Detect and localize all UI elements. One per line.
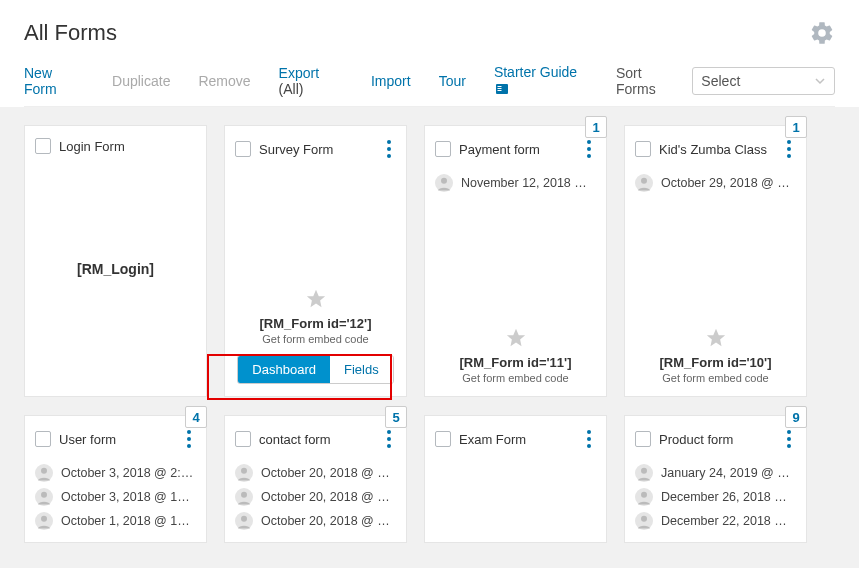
select-checkbox[interactable]	[235, 141, 251, 157]
duplicate-link[interactable]: Duplicate	[112, 73, 170, 89]
entry-count-badge: 9	[785, 406, 807, 428]
select-checkbox[interactable]	[635, 141, 651, 157]
svg-point-7	[641, 178, 647, 184]
card-title: Exam Form	[459, 432, 582, 447]
form-card-contact: 5 contact form October 20, 2018 @ 8:01..…	[224, 415, 407, 543]
entry-row: October 3, 2018 @ 12:21...	[35, 488, 196, 506]
svg-point-13	[41, 516, 47, 522]
entry-row: October 20, 2018 @ 8:01...	[235, 464, 396, 482]
toolbar: New Form Duplicate Remove Export (All) I…	[24, 64, 835, 107]
card-title: Survey Form	[259, 142, 382, 157]
entry-row: December 22, 2018 @ 1:...	[635, 512, 796, 530]
entry-count-badge: 5	[385, 406, 407, 428]
starter-guide-link[interactable]: Starter Guide	[494, 64, 588, 98]
avatar-icon	[635, 464, 653, 482]
entry-row: October 29, 2018 @ 8:44...	[635, 174, 796, 192]
svg-point-15	[241, 468, 247, 474]
svg-point-5	[441, 178, 447, 184]
form-shortcode: [RM_Form id='10']	[635, 355, 796, 370]
embed-link[interactable]: Get form embed code	[235, 333, 396, 345]
card-action-buttons: Dashboard Fields	[237, 355, 393, 384]
import-link[interactable]: Import	[371, 73, 411, 89]
avatar-icon	[35, 488, 53, 506]
svg-rect-3	[497, 90, 501, 91]
svg-point-23	[641, 492, 647, 498]
select-checkbox[interactable]	[35, 431, 51, 447]
star-icon	[305, 288, 327, 310]
guide-icon	[496, 82, 508, 98]
svg-point-9	[41, 468, 47, 474]
entry-row: October 20, 2018 @ 7:50...	[235, 488, 396, 506]
form-card-login: Login Form [RM_Login]	[24, 125, 207, 397]
chevron-down-icon	[814, 75, 826, 87]
svg-rect-1	[497, 86, 501, 87]
avatar-icon	[635, 512, 653, 530]
form-card-survey: Survey Form [RM_Form id='12'] Get form e…	[224, 125, 407, 397]
card-menu-icon[interactable]	[182, 428, 196, 450]
embed-link[interactable]: Get form embed code	[435, 372, 596, 384]
card-menu-icon[interactable]	[382, 138, 396, 160]
avatar-icon	[235, 512, 253, 530]
card-title: Kid's Zumba Class	[659, 142, 782, 157]
avatar-icon	[235, 488, 253, 506]
select-checkbox[interactable]	[35, 138, 51, 154]
entry-count-badge: 4	[185, 406, 207, 428]
avatar-icon	[435, 174, 453, 192]
card-menu-icon[interactable]	[782, 428, 796, 450]
card-menu-icon[interactable]	[582, 138, 596, 160]
select-checkbox[interactable]	[235, 431, 251, 447]
avatar-icon	[235, 464, 253, 482]
page-title: All Forms	[24, 20, 117, 46]
form-card-zumba: 1 Kid's Zumba Class October 29, 2018 @ 8…	[624, 125, 807, 397]
dashboard-button[interactable]: Dashboard	[238, 356, 330, 383]
export-link[interactable]: Export (All)	[279, 65, 343, 97]
form-shortcode: [RM_Form id='12']	[235, 316, 396, 331]
card-menu-icon[interactable]	[782, 138, 796, 160]
svg-point-19	[241, 516, 247, 522]
svg-point-11	[41, 492, 47, 498]
svg-point-21	[641, 468, 647, 474]
svg-point-25	[641, 516, 647, 522]
svg-rect-2	[497, 88, 501, 89]
entry-row: October 20, 2018 @ 7:50...	[235, 512, 396, 530]
form-shortcode: [RM_Form id='11']	[435, 355, 596, 370]
svg-point-17	[241, 492, 247, 498]
card-menu-icon[interactable]	[582, 428, 596, 450]
card-menu-icon[interactable]	[382, 428, 396, 450]
form-card-payment: 1 Payment form November 12, 2018 @ 1... …	[424, 125, 607, 397]
entry-count-badge: 1	[785, 116, 807, 138]
entry-row: November 12, 2018 @ 1...	[435, 174, 596, 192]
star-icon	[705, 327, 727, 349]
card-title: Product form	[659, 432, 782, 447]
sort-forms-label: Sort Forms	[616, 65, 680, 97]
card-title: Login Form	[59, 139, 196, 154]
card-title: contact form	[259, 432, 382, 447]
entry-row: October 1, 2018 @ 11:33...	[35, 512, 196, 530]
new-form-link[interactable]: New Form	[24, 65, 84, 97]
select-checkbox[interactable]	[435, 141, 451, 157]
avatar-icon	[35, 464, 53, 482]
sort-forms-select[interactable]: Select	[692, 67, 835, 95]
remove-link[interactable]: Remove	[198, 73, 250, 89]
select-checkbox[interactable]	[435, 431, 451, 447]
entry-row: December 26, 2018 @ 1:...	[635, 488, 796, 506]
avatar-icon	[635, 488, 653, 506]
tour-link[interactable]: Tour	[439, 73, 466, 89]
avatar-icon	[35, 512, 53, 530]
entry-count-badge: 1	[585, 116, 607, 138]
form-card-product: 9 Product form January 24, 2019 @ 4:14 .…	[624, 415, 807, 543]
card-title: User form	[59, 432, 182, 447]
card-title: Payment form	[459, 142, 582, 157]
select-checkbox[interactable]	[635, 431, 651, 447]
star-icon	[505, 327, 527, 349]
login-shortcode: [RM_Login]	[77, 261, 154, 277]
embed-link[interactable]: Get form embed code	[635, 372, 796, 384]
entry-row: January 24, 2019 @ 4:14 ...	[635, 464, 796, 482]
entry-row: October 3, 2018 @ 2:23 ...	[35, 464, 196, 482]
fields-button[interactable]: Fields	[330, 356, 393, 383]
forms-grid: Login Form [RM_Login] Survey Form [RM_Fo…	[0, 107, 859, 561]
form-card-user: 4 User form October 3, 2018 @ 2:23 ... O…	[24, 415, 207, 543]
avatar-icon	[635, 174, 653, 192]
form-card-exam: Exam Form	[424, 415, 607, 543]
settings-gear-icon[interactable]	[809, 20, 835, 46]
